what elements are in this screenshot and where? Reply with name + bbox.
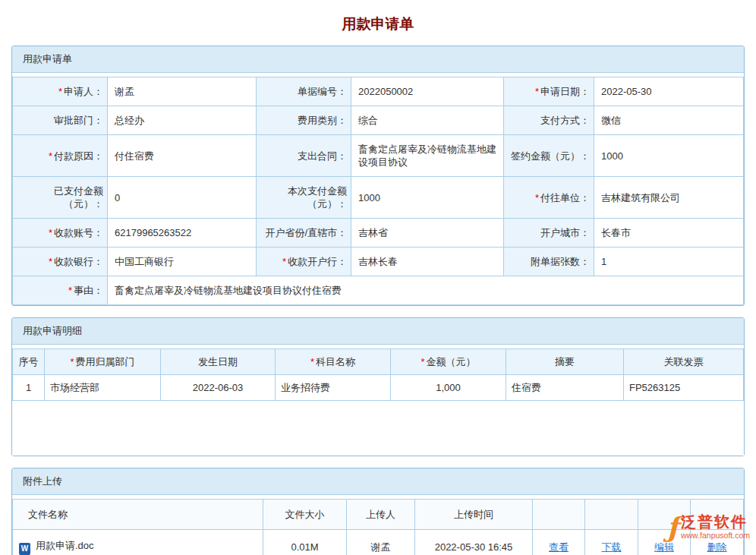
cell-date: 2022-06-03 [161,375,276,401]
attachment-row: W用款申请.doc 0.01M 谢孟 2022-05-30 16:45 查看 下… [13,530,744,555]
label-applicant: *申请人： [13,77,108,106]
payment-request-form-table: *申请人： 谢孟 单据编号： 2022050002 *申请日期： 2022-05… [12,77,744,305]
label-text: 申请日期： [540,86,590,97]
required-marker: * [535,192,539,203]
label-expense-type: 费用类别： [257,106,351,135]
column-action-spacer [533,500,585,530]
required-marker: * [58,86,62,97]
value-apply-date: 2022-05-30 [594,77,744,106]
page-title: 用款申请单 [0,0,756,46]
value-province: 吉林省 [351,219,504,248]
column-amount: *金额（元） [391,349,506,375]
required-marker: * [70,356,74,367]
required-marker: * [310,356,314,367]
form-row-6: *收款银行： 中国工商银行 *收款开户行： 吉林长春 附单据张数： 1 [13,248,744,276]
label-bank: *收款银行： [13,248,108,276]
required-marker: * [49,256,52,267]
value-reason: 畜禽定点屠宰及冷链物流基地建设项目协议付住宿费 [108,276,744,305]
delete-link[interactable]: 删除 [707,541,727,553]
cell-upload-time: 2022-05-30 16:45 [415,530,533,555]
label-province: 开户省份/直辖市： [257,219,351,248]
value-contract-amount: 1000 [594,135,744,177]
label-text: 支出合同： [298,150,347,162]
attachment-panel-title: 附件上传 [12,468,744,495]
label-text: 收款银行： [54,256,103,267]
value-account-no: 62179965263522 [108,219,257,248]
form-row-4: 已支付金额（元）： 0 本次支付金额（元）： 1000 *付往单位： 吉林建筑有… [13,177,744,219]
label-apply-date: *申请日期： [504,77,594,106]
value-contract: 畜禽定点屠宰及冷链物流基地建设项目协议 [351,135,504,177]
detail-empty-area [12,401,744,456]
label-payee-unit: *付往单位： [504,177,594,219]
label-text: 本次支付金额（元）： [288,185,347,210]
column-date: 发生日期 [161,349,276,375]
column-action-spacer [691,500,744,530]
word-doc-icon: W [19,543,30,555]
column-label: 科目名称 [316,356,355,367]
column-label: 金额（元） [427,356,476,367]
label-contract: 支出合同： [257,135,351,177]
value-bank: 中国工商银行 [108,248,257,276]
cell-subject: 业务招待费 [276,375,391,401]
label-city: 开户城市： [504,219,594,248]
cell-invoice: FP5263125 [624,375,744,401]
edit-link[interactable]: 编辑 [654,541,674,553]
column-action-spacer [585,500,638,530]
cell-action-edit: 编辑 [638,530,691,555]
label-text: 已支付金额（元）： [54,185,103,210]
detail-panel-title: 用款申请明细 [12,318,744,345]
column-summary: 摘要 [506,349,624,375]
value-doc-no: 2022050002 [351,77,504,106]
form-row-3: *付款原因： 付住宿费 支出合同： 畜禽定点屠宰及冷链物流基地建设项目协议 签约… [13,135,744,177]
required-marker: * [421,356,424,367]
label-text: 审批部门： [54,115,103,126]
label-text: 收款开户行： [288,256,347,267]
cell-file-size: 0.01M [263,530,347,555]
value-paid-amount: 0 [108,177,257,219]
value-approve-dept: 总经办 [108,106,257,135]
label-text: 开户城市： [540,227,590,238]
label-text: 开户省份/直辖市： [265,227,347,238]
column-action-spacer [638,500,691,530]
cell-summary: 住宿费 [506,375,624,401]
detail-header-row: 序号 *费用归属部门 发生日期 *科目名称 *金额（元） 摘要 关联发票 [13,349,744,375]
column-dept: *费用归属部门 [45,349,161,375]
label-text: 附单据张数： [531,256,590,267]
required-marker: * [535,86,539,97]
label-text: 支付方式： [540,115,590,126]
cell-action-view: 查看 [533,530,585,555]
column-subject: *科目名称 [276,349,391,375]
detail-panel: 用款申请明细 序号 *费用归属部门 发生日期 *科目名称 *金额（元） 摘要 关… [11,317,745,456]
file-name-text: 用款申请.doc [36,540,94,551]
cell-action-delete: 删除 [691,530,744,555]
detail-table: 序号 *费用归属部门 发生日期 *科目名称 *金额（元） 摘要 关联发票 1 市… [12,348,744,401]
value-city: 长春市 [594,219,744,248]
form-row-2: 审批部门： 总经办 费用类别： 综合 支付方式： 微信 [13,106,744,135]
label-text: 费用类别： [298,115,347,126]
cell-file-name: W用款申请.doc [13,530,263,555]
cell-seq: 1 [13,375,45,401]
label-text: 申请人： [64,86,103,97]
attachment-table: 文件名称 文件大小 上传人 上传时间 W用款申请.doc 0.01M 谢孟 20… [12,499,744,555]
view-link[interactable]: 查看 [549,541,569,553]
column-invoice: 关联发票 [624,349,744,375]
attachment-header-row: 文件名称 文件大小 上传人 上传时间 [13,500,744,530]
value-payee-unit: 吉林建筑有限公司 [594,177,744,219]
label-text: 付款原因： [54,150,103,162]
payment-request-panel-title: 用款申请单 [12,46,744,73]
form-row-7: *事由： 畜禽定点屠宰及冷链物流基地建设项目协议付住宿费 [13,276,744,305]
download-link[interactable]: 下载 [602,541,622,553]
attachment-panel: 附件上传 文件名称 文件大小 上传人 上传时间 W用款申请.doc 0.01M … [11,468,745,555]
value-expense-type: 综合 [351,106,504,135]
value-applicant: 谢孟 [108,77,257,106]
label-account-no: *收款账号： [13,219,108,248]
label-text: 收款账号： [54,227,103,238]
required-marker: * [68,285,72,296]
label-text: 事由： [74,285,103,296]
column-file-size: 文件大小 [263,500,347,530]
required-marker: * [49,227,52,238]
column-label: 费用归属部门 [76,356,135,367]
label-text: 付往单位： [540,192,590,203]
label-doc-count: 附单据张数： [504,248,594,276]
value-bank-branch: 吉林长春 [351,248,504,276]
